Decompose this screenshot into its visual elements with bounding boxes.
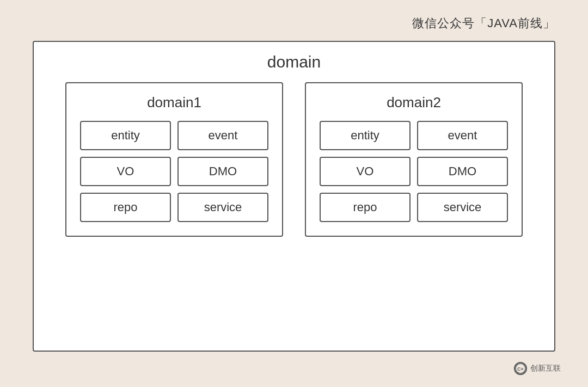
domain1-box: domain1 entity event VO DMO repo service	[65, 82, 283, 237]
watermark-bottom-text: 创新互联	[530, 364, 561, 373]
domain2-event: event	[417, 121, 508, 150]
domain2-grid: entity event VO DMO repo service	[320, 121, 508, 222]
watermark-bottom: C× 创新互联	[514, 362, 561, 375]
domain1-title: domain1	[147, 94, 201, 111]
svg-text:C×: C×	[517, 366, 524, 372]
domain2-title: domain2	[387, 94, 441, 111]
domain1-dmo: DMO	[177, 157, 268, 186]
watermark-top: 微信公众号「JAVA前线」	[412, 15, 555, 32]
domain2-box: domain2 entity event VO DMO repo service	[305, 82, 523, 237]
watermark-icon: C×	[514, 362, 527, 375]
domain2-service: service	[417, 193, 508, 222]
domain2-entity: entity	[320, 121, 411, 150]
domain1-grid: entity event VO DMO repo service	[80, 121, 268, 222]
domain1-entity: entity	[80, 121, 171, 150]
domain-title: domain	[267, 53, 321, 71]
domains-row: domain1 entity event VO DMO repo service…	[50, 82, 538, 237]
domain1-vo: VO	[80, 157, 171, 186]
domain1-service: service	[177, 193, 268, 222]
domain2-dmo: DMO	[417, 157, 508, 186]
domain1-repo: repo	[80, 193, 171, 222]
domain2-vo: VO	[320, 157, 411, 186]
domain2-repo: repo	[320, 193, 411, 222]
domain1-event: event	[177, 121, 268, 150]
main-container: domain domain1 entity event VO DMO repo …	[33, 41, 555, 352]
